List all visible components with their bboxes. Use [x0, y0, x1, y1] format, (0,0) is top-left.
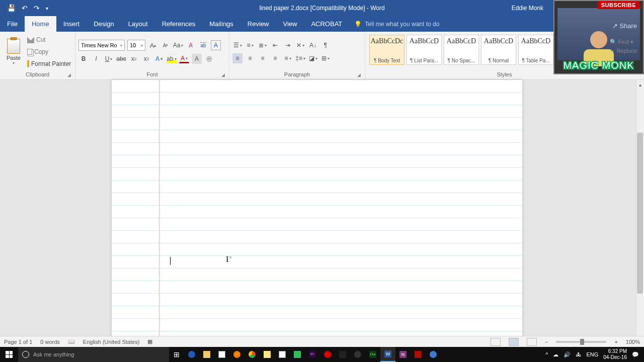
- find-button[interactable]: 🔍 Find ▾: [610, 37, 637, 46]
- vertical-scrollbar[interactable]: ▴ ▾: [636, 80, 644, 344]
- line-spacing-button[interactable]: ‡≡: [295, 53, 305, 63]
- grow-font-button[interactable]: A▴: [148, 40, 158, 50]
- tray-onedrive-icon[interactable]: ☁: [553, 351, 558, 358]
- tray-clock[interactable]: 6:32 PM04-Dec-16: [603, 348, 627, 360]
- print-layout-button[interactable]: [509, 338, 519, 346]
- underline-button[interactable]: U: [104, 54, 114, 64]
- tab-file[interactable]: File: [0, 16, 25, 32]
- style-list-paragraph[interactable]: AaBbCcD¶ List Para...: [407, 35, 442, 65]
- zoom-out-button[interactable]: −: [545, 339, 548, 345]
- numbering-button[interactable]: ≡: [245, 40, 255, 50]
- tell-me-box[interactable]: 💡 Tell me what you want to do: [354, 16, 439, 32]
- save-icon[interactable]: 💾: [7, 4, 16, 12]
- tray-language[interactable]: ENG: [586, 351, 598, 357]
- tab-insert[interactable]: Insert: [56, 16, 87, 32]
- tab-layout[interactable]: Layout: [121, 16, 155, 32]
- zoom-level[interactable]: 100%: [626, 339, 640, 345]
- taskbar-store[interactable]: [214, 347, 229, 362]
- align-right-button[interactable]: ≡: [258, 53, 268, 63]
- paste-button[interactable]: Paste ▾: [3, 34, 24, 70]
- taskbar-notepad[interactable]: [275, 347, 290, 362]
- taskbar-sticky[interactable]: [260, 347, 275, 362]
- tray-network-icon[interactable]: 🖧: [576, 351, 581, 357]
- zoom-in-button[interactable]: +: [614, 339, 617, 345]
- borders-button[interactable]: ⊞: [320, 53, 331, 63]
- asian-layout-button[interactable]: ✕: [295, 40, 305, 50]
- undo-icon[interactable]: ↶: [22, 4, 28, 12]
- taskbar-explorer[interactable]: [199, 347, 214, 362]
- tab-mailings[interactable]: Mailings: [202, 16, 240, 32]
- font-color-button[interactable]: A: [179, 55, 189, 63]
- document-page[interactable]: I: [112, 80, 522, 344]
- format-painter-button[interactable]: Format Painter: [27, 60, 71, 67]
- decrease-indent-button[interactable]: ⇤: [270, 40, 280, 50]
- clipboard-dialog-launcher[interactable]: ◢: [67, 72, 71, 77]
- style-table-paragraph[interactable]: AaBbCcD¶ Table Pa...: [518, 35, 553, 65]
- macro-icon[interactable]: ▦: [147, 338, 152, 345]
- share-button[interactable]: ↗ Share: [612, 22, 637, 30]
- tab-review[interactable]: Review: [240, 16, 276, 32]
- taskbar-edge[interactable]: [184, 347, 199, 362]
- text-effects-button[interactable]: A: [154, 54, 164, 64]
- style-normal[interactable]: AaBbCcD¶ Normal: [481, 35, 516, 65]
- tab-view[interactable]: View: [276, 16, 304, 32]
- show-marks-button[interactable]: ¶: [320, 40, 331, 50]
- tab-references[interactable]: References: [155, 16, 202, 32]
- bullets-button[interactable]: ☰: [232, 40, 243, 50]
- spellcheck-icon[interactable]: 📖: [68, 338, 75, 345]
- font-size-combo[interactable]: 10▾: [127, 40, 145, 51]
- taskbar-obs[interactable]: [350, 347, 365, 362]
- style-no-spacing[interactable]: AaBbCcD¶ No Spac...: [444, 35, 479, 65]
- subscribe-badge[interactable]: SUBSCRIBE: [597, 1, 640, 9]
- zoom-slider[interactable]: [556, 341, 606, 343]
- shrink-font-button[interactable]: A▾: [160, 40, 171, 50]
- scroll-up-icon[interactable]: ▴: [636, 80, 644, 89]
- increase-indent-button[interactable]: ⇥: [283, 40, 293, 50]
- multilevel-list-button[interactable]: ≣: [258, 40, 268, 50]
- superscript-button[interactable]: x2: [141, 54, 151, 64]
- bold-button[interactable]: B: [78, 54, 89, 64]
- tab-home[interactable]: Home: [25, 16, 56, 32]
- tray-expand-icon[interactable]: ^: [545, 351, 548, 357]
- replace-button[interactable]: ↔ Replace: [610, 46, 637, 55]
- page-count[interactable]: Page 1 of 1: [4, 339, 32, 345]
- taskbar-help[interactable]: [426, 347, 441, 362]
- taskbar-dreamweaver[interactable]: Dw: [365, 347, 380, 362]
- task-view-button[interactable]: ⊞: [169, 347, 184, 362]
- highlight-button[interactable]: ab: [167, 54, 177, 64]
- distributed-button[interactable]: ≡: [283, 53, 293, 63]
- redo-icon[interactable]: ↷: [34, 4, 40, 12]
- taskbar-evernote[interactable]: [290, 347, 305, 362]
- font-dialog-launcher[interactable]: ◢: [221, 72, 225, 77]
- taskbar-chrome[interactable]: [245, 347, 260, 362]
- cortana-search[interactable]: Ask me anything: [18, 347, 169, 362]
- subscript-button[interactable]: x2: [129, 54, 139, 64]
- taskbar-onenote[interactable]: N: [395, 347, 411, 362]
- taskbar-record[interactable]: [320, 347, 335, 362]
- taskbar-cmd[interactable]: [335, 347, 350, 362]
- language-status[interactable]: English (United States): [83, 339, 140, 345]
- align-center-button[interactable]: ≡: [245, 53, 255, 63]
- change-case-button[interactable]: Aa: [173, 40, 183, 50]
- justify-button[interactable]: ≡: [270, 53, 280, 63]
- shading-button[interactable]: ◪: [308, 53, 318, 63]
- tray-volume-icon[interactable]: 🔊: [564, 351, 571, 358]
- tab-acrobat[interactable]: ACROBAT: [304, 16, 349, 32]
- taskbar-acrobat[interactable]: [411, 347, 426, 362]
- sort-button[interactable]: A↓: [308, 40, 318, 50]
- web-layout-button[interactable]: [527, 338, 537, 346]
- word-count[interactable]: 0 words: [40, 339, 60, 345]
- character-border-button[interactable]: A: [211, 40, 221, 50]
- paragraph-dialog-launcher[interactable]: ◢: [357, 72, 361, 77]
- cut-button[interactable]: Cut: [27, 36, 71, 43]
- align-left-button[interactable]: ≡: [232, 53, 243, 63]
- enclose-characters-button[interactable]: ㊕: [204, 54, 214, 64]
- font-name-combo[interactable]: Times New Ro▾: [78, 40, 125, 51]
- italic-button[interactable]: I: [91, 54, 101, 64]
- style-body-text[interactable]: AaBbCcDc¶ Body Text: [369, 35, 405, 65]
- taskbar-firefox[interactable]: [229, 347, 245, 362]
- read-mode-button[interactable]: [491, 338, 501, 346]
- phonetic-guide-button[interactable]: ab: [198, 40, 208, 50]
- scroll-thumb[interactable]: [637, 133, 643, 294]
- tray-notifications-icon[interactable]: 💬: [632, 351, 639, 358]
